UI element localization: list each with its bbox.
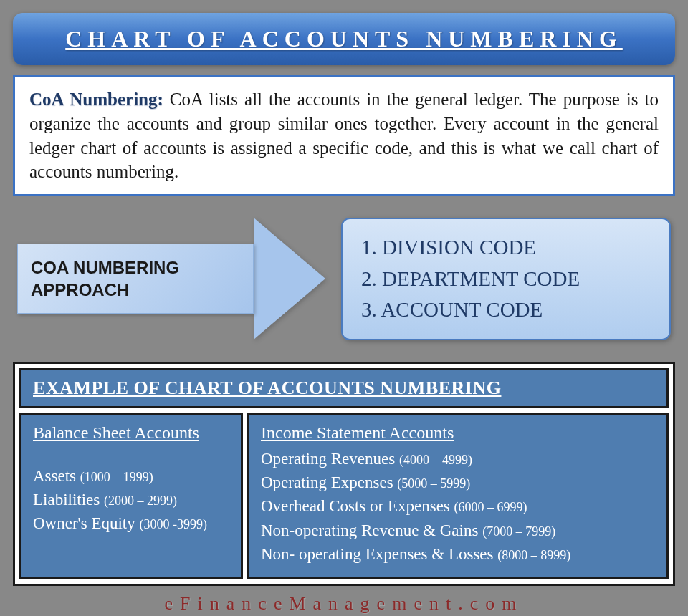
footer-brand: eFinanceManagement.com [13,593,675,615]
account-name: Liabilities [33,491,100,509]
account-range: (8000 – 8999) [497,548,570,562]
account-range: (3000 -3999) [140,517,207,531]
example-frame: EXAMPLE OF CHART OF ACCOUNTS NUMBERING B… [13,362,675,587]
account-name: Non-operating Revenue & Gains [261,521,478,539]
approach-row: COA NUMBERING APPROACH 1. DIVISION CODE … [13,218,675,340]
account-name: Operating Expenses [261,473,393,491]
income-statement-title: Income Statement Accounts [261,423,655,443]
title-bar: CHART OF ACCOUNTS NUMBERING [13,13,675,65]
account-line: Owner's Equity (3000 -3999) [33,511,229,535]
code-item: 2. DEPARTMENT CODE [361,264,651,295]
definition-box: CoA Numbering: CoA lists all the account… [13,75,675,196]
approach-arrow: COA NUMBERING APPROACH [17,218,333,340]
account-line: Overhead Costs or Expenses (6000 – 6999) [261,494,655,518]
codes-list: 1. DIVISION CODE 2. DEPARTMENT CODE 3. A… [361,232,651,326]
account-name: Non- operating Expenses & Losses [261,545,494,563]
definition-label: CoA Numbering: [29,90,163,109]
balance-sheet-column: Balance Sheet Accounts Assets (1000 – 19… [19,413,243,580]
arrow-body: COA NUMBERING APPROACH [17,244,254,314]
account-name: Owner's Equity [33,514,135,532]
balance-sheet-title: Balance Sheet Accounts [33,423,229,443]
account-line: Liabilities (2000 – 2999) [33,488,229,511]
arrow-head-icon [254,218,325,340]
approach-label-line2: APPROACH [31,280,129,299]
account-line: Assets (1000 – 1999) [33,464,229,488]
account-name: Assets [33,467,76,485]
example-columns: Balance Sheet Accounts Assets (1000 – 19… [19,413,669,580]
account-range: (4000 – 4999) [399,453,472,467]
income-statement-column: Income Statement Accounts Operating Reve… [247,413,669,580]
account-name: Operating Revenues [261,450,395,468]
account-range: (2000 – 2999) [104,494,177,508]
account-line: Non- operating Expenses & Losses (8000 –… [261,542,655,566]
approach-label: COA NUMBERING APPROACH [31,256,179,301]
code-item: 3. ACCOUNT CODE [361,294,651,326]
codes-box: 1. DIVISION CODE 2. DEPARTMENT CODE 3. A… [341,218,671,340]
definition-text: CoA Numbering: CoA lists all the account… [29,87,659,184]
page-title: CHART OF ACCOUNTS NUMBERING [65,26,623,52]
account-range: (6000 – 6999) [454,500,527,514]
account-line: Non-operating Revenue & Gains (7000 – 79… [261,519,655,542]
example-header: EXAMPLE OF CHART OF ACCOUNTS NUMBERING [19,368,669,408]
account-range: (1000 – 1999) [80,470,153,484]
account-range: (7000 – 7999) [482,524,555,539]
account-line: Operating Revenues (4000 – 4999) [261,447,655,471]
example-header-text: EXAMPLE OF CHART OF ACCOUNTS NUMBERING [33,377,501,398]
account-line: Operating Expenses (5000 – 5999) [261,471,655,494]
code-item: 1. DIVISION CODE [361,232,651,264]
approach-label-line1: COA NUMBERING [31,258,179,277]
account-range: (5000 – 5999) [397,476,470,491]
account-name: Overhead Costs or Expenses [261,497,450,515]
